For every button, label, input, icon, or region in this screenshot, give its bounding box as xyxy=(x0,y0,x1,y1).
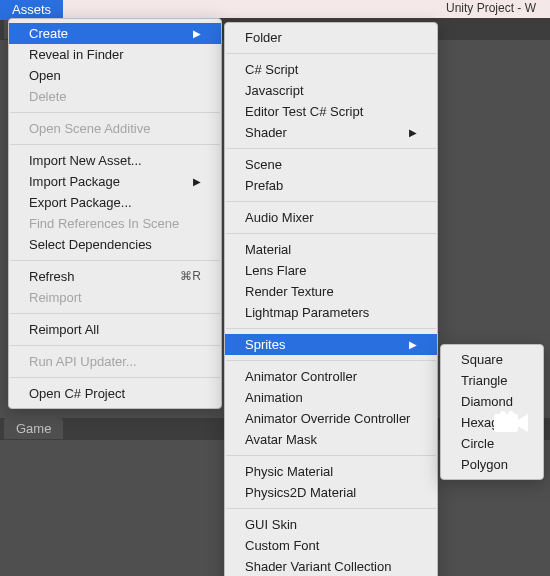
menu-item-javascript[interactable]: Javascript xyxy=(225,80,437,101)
menu-separator xyxy=(10,260,220,261)
menu-item-gui-skin[interactable]: GUI Skin xyxy=(225,514,437,535)
menu-item-reveal-in-finder[interactable]: Reveal in Finder xyxy=(9,44,221,65)
assets-menu-button[interactable]: Assets xyxy=(0,0,63,20)
menu-item-refresh[interactable]: Refresh ⌘R xyxy=(9,266,221,287)
menu-item-import-package[interactable]: Import Package ▶ xyxy=(9,171,221,192)
menu-item-open-csharp-project[interactable]: Open C# Project xyxy=(9,383,221,404)
menu-separator xyxy=(226,360,436,361)
menu-separator xyxy=(10,112,220,113)
menu-item-import-new-asset[interactable]: Import New Asset... xyxy=(9,150,221,171)
menu-label: Sprites xyxy=(245,336,285,353)
menu-separator xyxy=(226,233,436,234)
menu-item-animator-controller[interactable]: Animator Controller xyxy=(225,366,437,387)
menu-item-export-package[interactable]: Export Package... xyxy=(9,192,221,213)
menu-item-avatar-mask[interactable]: Avatar Mask xyxy=(225,429,437,450)
submenu-arrow-icon: ▶ xyxy=(169,173,201,190)
menu-separator xyxy=(226,455,436,456)
menu-label: Import Package xyxy=(29,173,120,190)
camera-icon xyxy=(494,410,530,436)
submenu-arrow-icon: ▶ xyxy=(169,25,201,42)
menu-item-diamond[interactable]: Diamond xyxy=(441,391,543,412)
menu-item-physic-material[interactable]: Physic Material xyxy=(225,461,437,482)
create-submenu: Folder C# Script Javascript Editor Test … xyxy=(224,22,438,576)
menu-separator xyxy=(10,313,220,314)
window-title: Unity Project - W xyxy=(446,1,536,15)
assets-menu: Create ▶ Reveal in Finder Open Delete Op… xyxy=(8,18,222,409)
menu-item-sprites[interactable]: Sprites ▶ xyxy=(225,334,437,355)
menu-separator xyxy=(226,201,436,202)
menu-item-run-api-updater: Run API Updater... xyxy=(9,351,221,372)
menu-item-square[interactable]: Square xyxy=(441,349,543,370)
menu-label: Create xyxy=(29,25,68,42)
menu-item-prefab[interactable]: Prefab xyxy=(225,175,437,196)
menu-separator xyxy=(226,328,436,329)
menu-item-lens-flare[interactable]: Lens Flare xyxy=(225,260,437,281)
menu-separator xyxy=(10,144,220,145)
menu-item-find-references: Find References In Scene xyxy=(9,213,221,234)
menu-item-material[interactable]: Material xyxy=(225,239,437,260)
menu-item-shader-variant[interactable]: Shader Variant Collection xyxy=(225,556,437,576)
menu-item-reimport: Reimport xyxy=(9,287,221,308)
menu-item-render-texture[interactable]: Render Texture xyxy=(225,281,437,302)
menu-separator xyxy=(226,148,436,149)
menu-item-delete: Delete xyxy=(9,86,221,107)
menu-shortcut: ⌘R xyxy=(156,268,201,285)
menu-item-open-scene-additive: Open Scene Additive xyxy=(9,118,221,139)
menu-item-lightmap-parameters[interactable]: Lightmap Parameters xyxy=(225,302,437,323)
menu-separator xyxy=(10,377,220,378)
game-tab[interactable]: Game xyxy=(4,418,63,439)
menu-separator xyxy=(226,53,436,54)
menu-item-reimport-all[interactable]: Reimport All xyxy=(9,319,221,340)
menu-item-open[interactable]: Open xyxy=(9,65,221,86)
submenu-arrow-icon: ▶ xyxy=(385,124,417,141)
menu-label: Shader xyxy=(245,124,287,141)
menu-item-scene[interactable]: Scene xyxy=(225,154,437,175)
menu-item-animation[interactable]: Animation xyxy=(225,387,437,408)
menu-label: Refresh xyxy=(29,268,75,285)
menu-item-shader[interactable]: Shader ▶ xyxy=(225,122,437,143)
menu-item-csharp-script[interactable]: C# Script xyxy=(225,59,437,80)
menu-item-editor-test-script[interactable]: Editor Test C# Script xyxy=(225,101,437,122)
menu-item-polygon[interactable]: Polygon xyxy=(441,454,543,475)
menu-item-audio-mixer[interactable]: Audio Mixer xyxy=(225,207,437,228)
menu-item-animator-override[interactable]: Animator Override Controller xyxy=(225,408,437,429)
menu-item-custom-font[interactable]: Custom Font xyxy=(225,535,437,556)
menu-item-folder[interactable]: Folder xyxy=(225,27,437,48)
menu-item-circle[interactable]: Circle xyxy=(441,433,543,454)
menu-separator xyxy=(226,508,436,509)
menu-item-triangle[interactable]: Triangle xyxy=(441,370,543,391)
menu-separator xyxy=(10,345,220,346)
menu-item-select-dependencies[interactable]: Select Dependencies xyxy=(9,234,221,255)
submenu-arrow-icon: ▶ xyxy=(385,336,417,353)
menu-item-create[interactable]: Create ▶ xyxy=(9,23,221,44)
menu-item-physics2d-material[interactable]: Physics2D Material xyxy=(225,482,437,503)
